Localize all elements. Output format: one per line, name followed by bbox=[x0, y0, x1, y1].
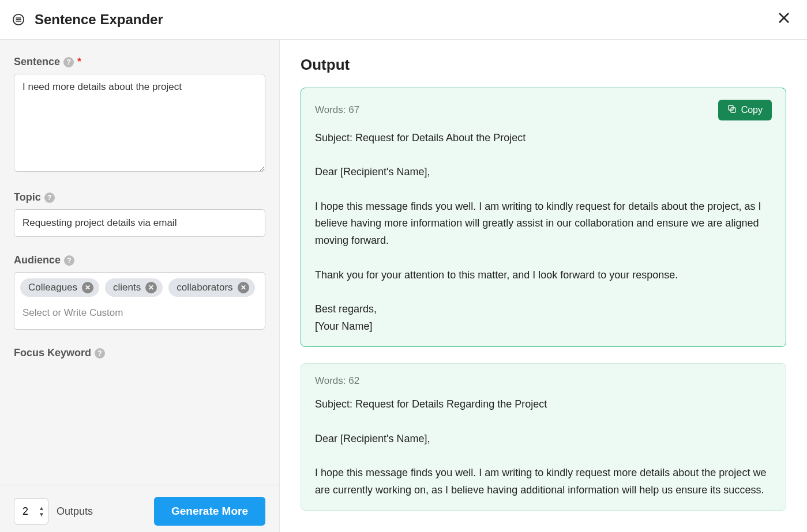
card-header: Words: 67 Copy bbox=[315, 100, 772, 120]
output-card: Words: 62 Subject: Request for Details R… bbox=[301, 363, 786, 511]
tag-label: Colleagues bbox=[28, 282, 77, 293]
output-text[interactable]: Subject: Request for Details About the P… bbox=[315, 130, 772, 335]
audience-tagbox[interactable]: Colleagues ✕ clients ✕ collaborators ✕ bbox=[14, 272, 265, 330]
audience-label: Audience ? bbox=[14, 254, 265, 266]
chevron-down-icon[interactable]: ▼ bbox=[39, 511, 44, 518]
help-icon[interactable]: ? bbox=[95, 348, 105, 359]
audience-field-group: Audience ? Colleagues ✕ clients ✕ collab… bbox=[14, 254, 265, 330]
help-icon[interactable]: ? bbox=[63, 57, 74, 67]
copy-icon bbox=[727, 104, 737, 116]
tag-label: collaborators bbox=[177, 282, 232, 293]
topic-field-group: Topic ? bbox=[14, 191, 265, 237]
tag-remove-icon[interactable]: ✕ bbox=[238, 282, 249, 293]
focus-keyword-field-group: Focus Keyword ? bbox=[14, 347, 265, 359]
sidebar: Sentence ? * Topic ? Audience ? bbox=[0, 40, 280, 532]
word-count: Words: 62 bbox=[315, 375, 359, 387]
word-count: Words: 67 bbox=[315, 104, 359, 116]
topic-label: Topic ? bbox=[14, 191, 265, 203]
app-header: Sentence Expander bbox=[0, 0, 807, 40]
outputs-count-stepper[interactable]: ▲ ▼ bbox=[14, 498, 48, 525]
card-header: Words: 62 bbox=[315, 375, 772, 387]
topic-input[interactable] bbox=[14, 209, 265, 237]
stepper-arrows[interactable]: ▲ ▼ bbox=[39, 505, 44, 518]
outputs-label: Outputs bbox=[57, 505, 93, 518]
audience-tag: collaborators ✕ bbox=[168, 278, 254, 297]
audience-tag: clients ✕ bbox=[105, 278, 163, 297]
sentence-field-group: Sentence ? * bbox=[14, 56, 265, 174]
audience-label-text: Audience bbox=[14, 254, 61, 266]
output-heading: Output bbox=[301, 56, 786, 74]
sidebar-scroll[interactable]: Sentence ? * Topic ? Audience ? bbox=[0, 40, 279, 485]
generate-more-button[interactable]: Generate More bbox=[154, 497, 265, 526]
output-panel: Output Words: 67 Copy Subject: Request f… bbox=[280, 40, 807, 532]
sentence-input[interactable] bbox=[14, 74, 265, 172]
sentence-label: Sentence ? * bbox=[14, 56, 265, 68]
audience-tag: Colleagues ✕ bbox=[20, 278, 99, 297]
output-text[interactable]: Subject: Request for Details Regarding t… bbox=[315, 396, 772, 499]
menu-icon[interactable] bbox=[12, 13, 25, 27]
audience-input[interactable] bbox=[20, 303, 259, 323]
sidebar-footer: ▲ ▼ Outputs Generate More bbox=[0, 485, 279, 532]
page-title: Sentence Expander bbox=[35, 12, 163, 28]
required-indicator: * bbox=[77, 56, 81, 68]
sentence-label-text: Sentence bbox=[14, 56, 60, 68]
focus-keyword-label: Focus Keyword ? bbox=[14, 347, 265, 359]
outputs-count-input[interactable] bbox=[22, 505, 39, 518]
tag-remove-icon[interactable]: ✕ bbox=[145, 282, 157, 293]
chevron-up-icon[interactable]: ▲ bbox=[39, 505, 44, 511]
copy-button[interactable]: Copy bbox=[718, 100, 772, 120]
copy-label: Copy bbox=[741, 105, 763, 115]
help-icon[interactable]: ? bbox=[44, 193, 55, 203]
help-icon[interactable]: ? bbox=[64, 255, 74, 266]
focus-keyword-label-text: Focus Keyword bbox=[14, 347, 91, 359]
tag-remove-icon[interactable]: ✕ bbox=[82, 282, 93, 293]
topic-label-text: Topic bbox=[14, 191, 41, 203]
main-layout: Sentence ? * Topic ? Audience ? bbox=[0, 40, 807, 532]
output-card: Words: 67 Copy Subject: Request for Deta… bbox=[301, 88, 786, 347]
tag-label: clients bbox=[113, 282, 141, 293]
close-icon[interactable] bbox=[772, 8, 795, 31]
